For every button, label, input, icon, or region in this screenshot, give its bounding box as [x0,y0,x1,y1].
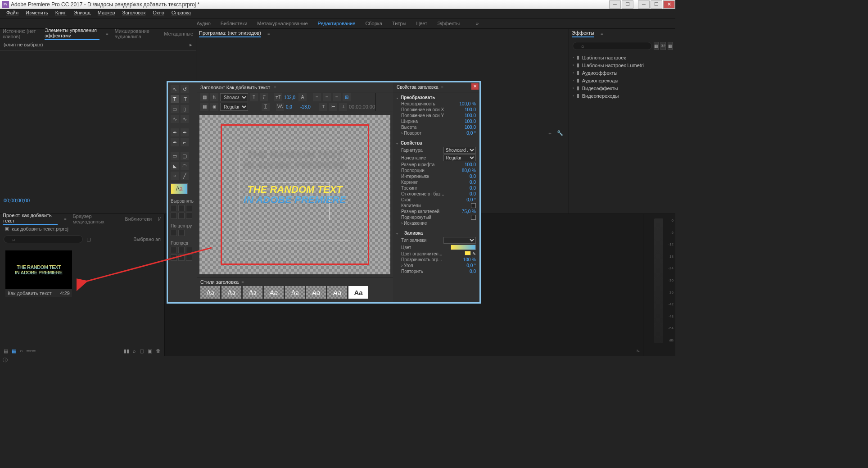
workspace-metalog[interactable]: Метажурналирование [257,21,307,26]
tab-overflow[interactable]: И [158,216,162,222]
auto-sequence-icon[interactable]: ▮▮ [124,348,129,354]
titler-canvas[interactable]: THE RANDOM TEXT IN ADOBE PREMIERE THE RA… [199,115,390,274]
new-item-icon[interactable]: ▣ [148,348,152,354]
roll-crawl-icon[interactable]: ⇅ [210,93,218,101]
fill-gradient[interactable] [451,245,476,250]
project-clip-thumbnail[interactable]: THE RANDOM TEXT IN ADOBE PREMIERE Как до… [5,250,72,297]
style-preset[interactable]: Aa [222,286,241,299]
panel-menu-icon[interactable]: ≡ [106,32,108,36]
distribute-btn[interactable] [178,247,185,253]
height-value[interactable]: 100,0 [465,125,476,130]
style-preset[interactable]: Aa [327,286,347,299]
posx-value[interactable]: 100,0 [465,107,476,112]
tab-program[interactable]: Программа: (нет эпизодов) [199,30,261,37]
menu-edit[interactable]: Изменить [22,9,52,18]
fx-folder-audiofx[interactable]: ›▮Аудиоэффекты [569,69,675,77]
vertical-path-type-tool-icon[interactable]: ∿ [181,115,189,123]
center-btn[interactable] [171,230,177,236]
fx-folder-videofx[interactable]: ›▮Видеоэффекты [569,84,675,92]
menu-help[interactable]: Справка [168,9,194,18]
angle-value[interactable]: 0,0 ° [466,263,476,268]
repeat-value[interactable]: 0,0 [470,269,476,274]
workspace-libraries[interactable]: Библиотеки [221,21,248,26]
menu-file[interactable]: Файл [3,9,22,18]
underline-checkbox[interactable] [471,215,476,220]
fill-type-select[interactable] [443,237,476,244]
tab-audio-mixer[interactable]: Микширование аудиоклипа [114,28,158,39]
width-value[interactable]: 100,0 [465,119,476,124]
bold-icon[interactable]: T [250,93,258,101]
stroke-color-swatch[interactable] [465,251,471,255]
prop-font-style[interactable]: Regular [443,154,476,161]
distribute-btn[interactable] [178,254,185,261]
find-icon[interactable]: ⌕ [133,348,136,354]
align-btn[interactable] [186,213,192,219]
style-preset[interactable]: Aa [285,286,305,299]
align-top-icon[interactable]: ⊤ [319,103,327,111]
smallcapssize-value[interactable]: 75,0 % [462,209,476,214]
effects-filter-3-icon[interactable]: ▦ [668,42,673,50]
leading-value[interactable]: 0,0 [470,174,476,179]
selection-tool-icon[interactable]: ↖ [171,85,179,93]
fx-folder-lumetri[interactable]: ›▮Шаблоны настроек Lumetri [569,61,675,69]
line-tool-icon[interactable]: ╱ [181,172,189,180]
pkerning-value[interactable]: 0,0 [470,180,476,185]
ellipse-tool-icon[interactable]: ○ [171,172,179,180]
type-tool-icon[interactable]: T [171,95,179,103]
posy-value[interactable]: 100,0 [465,113,476,118]
titler-menu-icon[interactable]: ≡ [274,85,276,90]
style-preset[interactable]: Aa [264,286,284,299]
distribute-btn[interactable] [171,247,177,253]
kerning-value[interactable]: 0,0 [286,105,298,109]
tab-media-browser[interactable]: Браузер медиаданных [73,214,119,224]
menu-title[interactable]: Заголовок [119,9,149,18]
window-maximize[interactable]: ☐ [651,0,662,9]
rotation-value[interactable]: 0,0 ° [466,131,476,136]
project-search-input[interactable] [4,235,83,243]
workspace-audio[interactable]: Аудио [197,21,211,26]
effects-menu-icon[interactable]: ≡ [601,32,603,36]
align-btn[interactable] [178,205,185,211]
style-preset[interactable]: Aa [348,286,368,299]
title-text-object[interactable]: THE RANDOM TEXT IN ADOBE PREMIERE [244,184,346,205]
align-middle-icon[interactable]: ⊢ [329,103,337,111]
eyedropper-icon[interactable]: ✎ [472,251,476,256]
add-anchor-tool-icon[interactable]: ✒ [181,128,189,136]
settings-icon[interactable]: 🔧 [557,130,563,137]
arc-tool-icon[interactable]: ◠ [181,162,189,170]
workspace-overflow-icon[interactable]: » [476,21,479,26]
font-size-value[interactable]: 102,0 [284,95,297,100]
zoom-slider[interactable]: ━○━ [27,348,36,354]
tab-effect-controls[interactable]: Элементы управления эффектами [45,27,99,40]
tab-metadata[interactable]: Метаданные [164,31,193,36]
underline-icon[interactable]: T [262,103,270,111]
path-type-tool-icon[interactable]: ∿ [171,115,179,123]
fx-folder-presets[interactable]: ›▮Шаблоны настроек [569,54,675,61]
ptracking-value[interactable]: 0,0 [470,186,476,191]
new-title-icon[interactable]: ▦ [200,93,208,101]
effects-filter-2-icon[interactable]: 32 [660,42,666,50]
menu-sequence[interactable]: Эпизод [70,9,94,18]
source-timecode[interactable]: 00;00;00;00 [0,195,33,206]
align-right-icon[interactable]: ≡ [333,93,341,101]
rounded-rect-tool-icon[interactable]: ▢ [181,152,189,160]
distribute-btn[interactable] [186,247,192,253]
workspace-titles[interactable]: Титры [392,21,406,26]
delete-icon[interactable]: 🗑 [156,348,161,354]
bin-icon[interactable]: ▢ [86,236,91,242]
distribute-btn[interactable] [171,254,177,261]
workspace-assembly[interactable]: Сборка [365,21,382,26]
vertical-area-type-tool-icon[interactable]: ▯ [181,105,189,113]
area-type-tool-icon[interactable]: ▭ [171,105,179,113]
fx-folder-audiotrans[interactable]: ›▮Аудиопереходы [569,77,675,84]
italic-icon[interactable]: T [260,93,268,101]
strokeop-value[interactable]: 100 % [463,257,476,262]
window-minimize[interactable]: ─ [638,0,650,9]
delete-anchor-tool-icon[interactable]: ✒ [171,138,179,146]
window-maximize-inner[interactable]: ☐ [622,0,633,9]
align-btn[interactable] [178,213,185,219]
align-center-icon[interactable]: ≡ [323,93,331,101]
rotate-tool-icon[interactable]: ↺ [181,85,189,93]
tab-effects[interactable]: Эффекты [572,30,594,37]
menu-clip[interactable]: Клип [52,9,70,18]
